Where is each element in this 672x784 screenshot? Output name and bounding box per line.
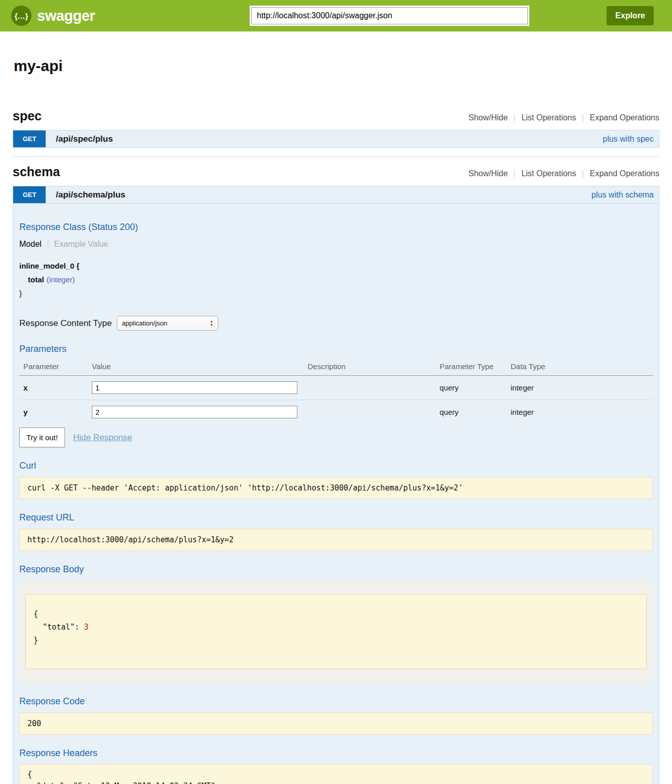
parameter-name: x: [19, 376, 88, 400]
section-divider: [13, 156, 659, 157]
separator: [583, 114, 583, 122]
parameter-y-input[interactable]: [92, 406, 297, 418]
topbar: {…} swagger Explore: [0, 0, 672, 31]
json-number-value: 3: [84, 623, 88, 632]
schema-section-header: schema Show/Hide List Operations Expand …: [13, 165, 659, 179]
request-url-value: http://localhost:3000/api/schema/plus?x=…: [19, 529, 653, 551]
parameters-heading: Parameters: [19, 344, 653, 354]
schema-section-controls: Show/Hide List Operations Expand Operati…: [468, 169, 659, 178]
response-body-heading: Response Body: [19, 564, 653, 575]
response-content-type-value: application/json: [122, 319, 167, 327]
response-body-container: { "total": 3 }: [19, 580, 653, 683]
curl-heading: Curl: [19, 461, 653, 471]
parameter-x-input[interactable]: [92, 381, 297, 394]
spec-expand-operations-link[interactable]: Expand Operations: [590, 113, 659, 122]
schema-operation-row[interactable]: GET /api/schema/plus plus with schema: [13, 186, 659, 204]
schema-get-badge[interactable]: GET: [13, 186, 46, 203]
response-class-heading: Response Class (Status 200): [19, 222, 653, 233]
request-url-heading: Request URL: [19, 512, 653, 523]
response-headers-json: { "date": "Sat, 12 May 2018 14:02:34 GMT…: [19, 764, 653, 784]
page-title: my-api: [14, 57, 658, 75]
separator: [514, 170, 515, 178]
response-content-type-label: Response Content Type: [19, 318, 112, 329]
json-text: { "total":: [33, 609, 84, 632]
separator: [48, 238, 48, 250]
spec-section-controls: Show/Hide List Operations Expand Operati…: [468, 113, 659, 122]
hide-response-link[interactable]: Hide Response: [73, 433, 132, 443]
model-property: total(integer): [19, 273, 653, 286]
model-open: inline_model_0 {: [19, 259, 653, 273]
main-content: my-api spec Show/Hide List Operations Ex…: [0, 57, 672, 784]
explore-button[interactable]: Explore: [607, 6, 654, 25]
spec-operation-summary-link[interactable]: plus with spec: [603, 130, 654, 147]
parameter-description: [304, 376, 435, 400]
response-code-heading: Response Code: [19, 696, 653, 707]
response-body-json: { "total": 3 }: [25, 594, 647, 669]
response-content-type-row: Response Content Type application/json ▲…: [19, 316, 653, 331]
parameters-table: Parameter Value Description Parameter Ty…: [19, 358, 653, 424]
parameter-row-x: x query integer: [19, 376, 653, 400]
column-description: Description: [304, 358, 435, 376]
tab-example-value[interactable]: Example Value: [54, 240, 108, 249]
model-signature: inline_model_0 { total(integer) }: [19, 259, 653, 300]
parameter-type: query: [435, 376, 507, 400]
swagger-logo: {…} swagger: [11, 6, 131, 26]
actions-row: Try it out! Hide Response: [19, 428, 653, 447]
column-data-type: Data Type: [507, 358, 653, 376]
parameter-data-type: integer: [507, 376, 653, 400]
select-stepper-icon: ▲▼: [210, 320, 213, 326]
tab-model[interactable]: Model: [19, 240, 42, 249]
spec-get-badge[interactable]: GET: [13, 130, 46, 147]
model-property-type: (integer): [47, 275, 75, 284]
schema-list-operations-link[interactable]: List Operations: [521, 169, 576, 178]
column-parameter-type: Parameter Type: [435, 358, 507, 376]
parameter-description: [304, 400, 435, 424]
model-close: }: [19, 286, 653, 300]
parameter-data-type: integer: [507, 400, 653, 424]
spec-operation-row[interactable]: GET /api/spec/plus plus with spec: [13, 130, 659, 148]
spec-show-hide-link[interactable]: Show/Hide: [468, 113, 508, 122]
spec-list-operations-link[interactable]: List Operations: [521, 113, 576, 122]
parameters-header-row: Parameter Value Description Parameter Ty…: [19, 358, 653, 376]
json-text: }: [33, 636, 38, 645]
separator: [514, 114, 515, 122]
separator: [583, 170, 583, 178]
parameter-type: query: [435, 400, 507, 424]
api-url-input[interactable]: [251, 7, 528, 24]
curl-command: curl -X GET --header 'Accept: applicatio…: [19, 477, 653, 499]
response-content-type-select[interactable]: application/json ▲▼: [117, 316, 218, 331]
model-tabs: Model Example Value: [19, 238, 653, 250]
column-parameter: Parameter: [19, 358, 88, 376]
schema-operation-summary-link[interactable]: plus with schema: [591, 186, 654, 203]
parameter-name: y: [19, 400, 88, 424]
response-code-value: 200: [19, 712, 653, 735]
swagger-braces-icon: {…}: [11, 6, 31, 26]
spec-operation-path[interactable]: /api/spec/plus: [56, 130, 113, 147]
schema-section-title: schema: [13, 165, 60, 179]
schema-operation-panel: Response Class (Status 200) Model Exampl…: [13, 204, 659, 784]
schema-show-hide-link[interactable]: Show/Hide: [468, 169, 508, 178]
schema-operation-path[interactable]: /api/schema/plus: [56, 186, 125, 203]
try-it-out-button[interactable]: Try it out!: [19, 428, 65, 447]
response-headers-heading: Response Headers: [19, 748, 653, 759]
brand-title: swagger: [37, 8, 95, 24]
schema-expand-operations-link[interactable]: Expand Operations: [590, 169, 659, 178]
spec-section-title: spec: [13, 109, 42, 123]
column-value: Value: [88, 358, 304, 376]
spec-section-header: spec Show/Hide List Operations Expand Op…: [13, 109, 659, 123]
parameter-row-y: y query integer: [19, 400, 653, 424]
model-property-name: total: [28, 275, 44, 284]
